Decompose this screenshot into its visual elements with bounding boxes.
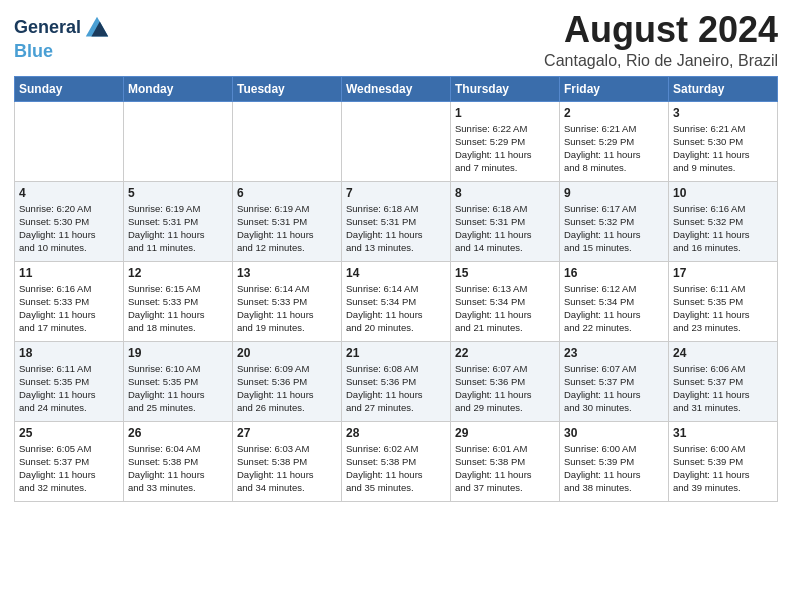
calendar-cell: 18Sunrise: 6:11 AM Sunset: 5:35 PM Dayli… [15, 341, 124, 421]
day-info: Sunrise: 6:07 AM Sunset: 5:36 PM Dayligh… [455, 362, 555, 415]
day-info: Sunrise: 6:11 AM Sunset: 5:35 PM Dayligh… [673, 282, 773, 335]
day-info: Sunrise: 6:17 AM Sunset: 5:32 PM Dayligh… [564, 202, 664, 255]
day-info: Sunrise: 6:18 AM Sunset: 5:31 PM Dayligh… [346, 202, 446, 255]
logo-text-blue: Blue [14, 41, 53, 61]
day-info: Sunrise: 6:19 AM Sunset: 5:31 PM Dayligh… [128, 202, 228, 255]
week-row-2: 4Sunrise: 6:20 AM Sunset: 5:30 PM Daylig… [15, 181, 778, 261]
logo: General Blue [14, 14, 111, 62]
day-number: 24 [673, 346, 773, 360]
day-number: 22 [455, 346, 555, 360]
col-saturday: Saturday [669, 76, 778, 101]
day-info: Sunrise: 6:16 AM Sunset: 5:32 PM Dayligh… [673, 202, 773, 255]
logo-icon [83, 14, 111, 42]
day-number: 27 [237, 426, 337, 440]
day-info: Sunrise: 6:12 AM Sunset: 5:34 PM Dayligh… [564, 282, 664, 335]
month-title: August 2024 [544, 10, 778, 50]
day-info: Sunrise: 6:16 AM Sunset: 5:33 PM Dayligh… [19, 282, 119, 335]
day-number: 30 [564, 426, 664, 440]
day-number: 15 [455, 266, 555, 280]
day-info: Sunrise: 6:13 AM Sunset: 5:34 PM Dayligh… [455, 282, 555, 335]
day-info: Sunrise: 6:03 AM Sunset: 5:38 PM Dayligh… [237, 442, 337, 495]
calendar-cell [342, 101, 451, 181]
day-number: 26 [128, 426, 228, 440]
calendar-cell: 16Sunrise: 6:12 AM Sunset: 5:34 PM Dayli… [560, 261, 669, 341]
logo-text-general: General [14, 18, 81, 38]
day-number: 9 [564, 186, 664, 200]
calendar-cell: 14Sunrise: 6:14 AM Sunset: 5:34 PM Dayli… [342, 261, 451, 341]
calendar-cell [124, 101, 233, 181]
day-number: 10 [673, 186, 773, 200]
calendar-cell: 31Sunrise: 6:00 AM Sunset: 5:39 PM Dayli… [669, 421, 778, 501]
calendar-cell: 4Sunrise: 6:20 AM Sunset: 5:30 PM Daylig… [15, 181, 124, 261]
calendar-cell: 6Sunrise: 6:19 AM Sunset: 5:31 PM Daylig… [233, 181, 342, 261]
day-number: 25 [19, 426, 119, 440]
title-block: August 2024 Cantagalo, Rio de Janeiro, B… [544, 10, 778, 70]
day-number: 18 [19, 346, 119, 360]
calendar-cell: 22Sunrise: 6:07 AM Sunset: 5:36 PM Dayli… [451, 341, 560, 421]
calendar-cell: 12Sunrise: 6:15 AM Sunset: 5:33 PM Dayli… [124, 261, 233, 341]
day-info: Sunrise: 6:20 AM Sunset: 5:30 PM Dayligh… [19, 202, 119, 255]
calendar-cell: 9Sunrise: 6:17 AM Sunset: 5:32 PM Daylig… [560, 181, 669, 261]
day-info: Sunrise: 6:00 AM Sunset: 5:39 PM Dayligh… [673, 442, 773, 495]
location: Cantagalo, Rio de Janeiro, Brazil [544, 52, 778, 70]
day-info: Sunrise: 6:14 AM Sunset: 5:33 PM Dayligh… [237, 282, 337, 335]
day-info: Sunrise: 6:07 AM Sunset: 5:37 PM Dayligh… [564, 362, 664, 415]
calendar-cell: 20Sunrise: 6:09 AM Sunset: 5:36 PM Dayli… [233, 341, 342, 421]
day-number: 13 [237, 266, 337, 280]
calendar-cell: 21Sunrise: 6:08 AM Sunset: 5:36 PM Dayli… [342, 341, 451, 421]
calendar-cell: 19Sunrise: 6:10 AM Sunset: 5:35 PM Dayli… [124, 341, 233, 421]
week-row-3: 11Sunrise: 6:16 AM Sunset: 5:33 PM Dayli… [15, 261, 778, 341]
day-info: Sunrise: 6:06 AM Sunset: 5:37 PM Dayligh… [673, 362, 773, 415]
col-wednesday: Wednesday [342, 76, 451, 101]
day-number: 21 [346, 346, 446, 360]
day-number: 5 [128, 186, 228, 200]
calendar-cell: 27Sunrise: 6:03 AM Sunset: 5:38 PM Dayli… [233, 421, 342, 501]
calendar-cell: 15Sunrise: 6:13 AM Sunset: 5:34 PM Dayli… [451, 261, 560, 341]
header-row: Sunday Monday Tuesday Wednesday Thursday… [15, 76, 778, 101]
calendar-cell: 23Sunrise: 6:07 AM Sunset: 5:37 PM Dayli… [560, 341, 669, 421]
calendar-cell: 8Sunrise: 6:18 AM Sunset: 5:31 PM Daylig… [451, 181, 560, 261]
calendar-cell: 24Sunrise: 6:06 AM Sunset: 5:37 PM Dayli… [669, 341, 778, 421]
day-number: 31 [673, 426, 773, 440]
day-info: Sunrise: 6:10 AM Sunset: 5:35 PM Dayligh… [128, 362, 228, 415]
day-info: Sunrise: 6:22 AM Sunset: 5:29 PM Dayligh… [455, 122, 555, 175]
header: General Blue August 2024 Cantagalo, Rio … [14, 10, 778, 70]
day-number: 4 [19, 186, 119, 200]
day-number: 8 [455, 186, 555, 200]
calendar-cell: 1Sunrise: 6:22 AM Sunset: 5:29 PM Daylig… [451, 101, 560, 181]
calendar-page: General Blue August 2024 Cantagalo, Rio … [0, 0, 792, 510]
day-info: Sunrise: 6:14 AM Sunset: 5:34 PM Dayligh… [346, 282, 446, 335]
day-number: 7 [346, 186, 446, 200]
day-info: Sunrise: 6:05 AM Sunset: 5:37 PM Dayligh… [19, 442, 119, 495]
day-info: Sunrise: 6:11 AM Sunset: 5:35 PM Dayligh… [19, 362, 119, 415]
col-sunday: Sunday [15, 76, 124, 101]
calendar-cell: 10Sunrise: 6:16 AM Sunset: 5:32 PM Dayli… [669, 181, 778, 261]
day-number: 28 [346, 426, 446, 440]
calendar-cell: 28Sunrise: 6:02 AM Sunset: 5:38 PM Dayli… [342, 421, 451, 501]
day-info: Sunrise: 6:02 AM Sunset: 5:38 PM Dayligh… [346, 442, 446, 495]
day-info: Sunrise: 6:00 AM Sunset: 5:39 PM Dayligh… [564, 442, 664, 495]
calendar-cell: 11Sunrise: 6:16 AM Sunset: 5:33 PM Dayli… [15, 261, 124, 341]
calendar-table: Sunday Monday Tuesday Wednesday Thursday… [14, 76, 778, 502]
week-row-4: 18Sunrise: 6:11 AM Sunset: 5:35 PM Dayli… [15, 341, 778, 421]
day-number: 11 [19, 266, 119, 280]
calendar-cell: 3Sunrise: 6:21 AM Sunset: 5:30 PM Daylig… [669, 101, 778, 181]
day-number: 12 [128, 266, 228, 280]
day-info: Sunrise: 6:08 AM Sunset: 5:36 PM Dayligh… [346, 362, 446, 415]
day-number: 3 [673, 106, 773, 120]
calendar-cell: 2Sunrise: 6:21 AM Sunset: 5:29 PM Daylig… [560, 101, 669, 181]
day-number: 2 [564, 106, 664, 120]
col-thursday: Thursday [451, 76, 560, 101]
calendar-cell [15, 101, 124, 181]
day-number: 6 [237, 186, 337, 200]
calendar-cell [233, 101, 342, 181]
calendar-cell: 29Sunrise: 6:01 AM Sunset: 5:38 PM Dayli… [451, 421, 560, 501]
day-number: 1 [455, 106, 555, 120]
calendar-cell: 5Sunrise: 6:19 AM Sunset: 5:31 PM Daylig… [124, 181, 233, 261]
day-number: 20 [237, 346, 337, 360]
col-monday: Monday [124, 76, 233, 101]
day-info: Sunrise: 6:21 AM Sunset: 5:29 PM Dayligh… [564, 122, 664, 175]
calendar-cell: 7Sunrise: 6:18 AM Sunset: 5:31 PM Daylig… [342, 181, 451, 261]
day-number: 17 [673, 266, 773, 280]
day-info: Sunrise: 6:21 AM Sunset: 5:30 PM Dayligh… [673, 122, 773, 175]
